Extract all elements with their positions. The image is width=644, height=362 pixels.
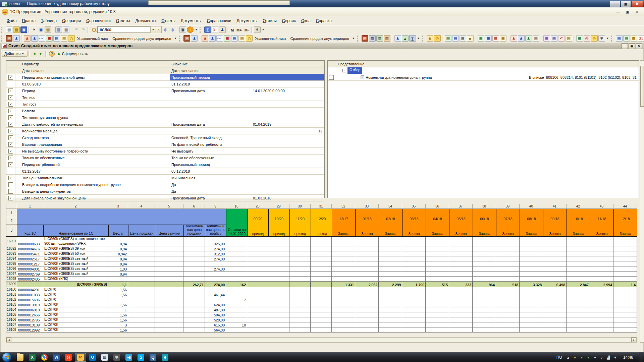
column-header-min_list[interactable]: Минималь ная цена по прайсу [205,225,226,236]
customer-icon[interactable]: ♟ [24,35,31,42]
customer-order-2-icon[interactable]: ♟ [209,35,216,42]
menu-отчеты-11[interactable]: Отчеты [260,17,279,24]
table-row[interactable]: 1610800000012992ШСЛ70К1,56564,00 [6,327,637,333]
search-dropdown-button[interactable]: ▼ [150,26,156,33]
yandex-browser-taskbar-button[interactable]: Я [63,353,74,362]
parameter-row[interactable]: 01.08.201831.12.2018 [6,81,324,87]
menu-справочники-9[interactable]: Справочники [204,17,234,24]
parameter-value[interactable]: Минимальная [170,175,324,181]
menu-справочники-4[interactable]: Справочники [84,17,113,24]
search-app-taskbar-button[interactable]: Q [147,353,159,362]
menu-отчеты-5[interactable]: Отчеты [113,17,133,24]
app-minimize-button[interactable]: — [614,8,623,15]
row-number[interactable]: 16102 [6,297,17,302]
parameter-checkbox[interactable] [8,189,13,194]
parameter-checkbox[interactable]: ✓ [8,149,13,154]
column-header-month-32[interactable]: 12/17Заявка [332,209,355,236]
menu-отчеты-7[interactable]: Отчеты [159,17,178,24]
toolbar-grip[interactable] [200,27,203,33]
search-input[interactable] [97,26,150,33]
parameter-row[interactable]: ✓Тип цен "Минимальная"Минимальная [6,175,324,181]
parameter-checkbox[interactable]: ✓ [8,135,13,140]
clock[interactable]: 14:48 [620,355,637,360]
column-number[interactable]: 2 [43,204,108,209]
parameter-value[interactable] [170,94,324,101]
settings-2-icon[interactable]: ✱ [598,35,605,42]
chevron-down-icon[interactable]: ▼ [173,37,178,40]
table-row[interactable]: 1610300000013919ШСЛ70К1,56624,00 [6,302,637,307]
copy-fragment-icon[interactable]: ▣ [179,26,186,33]
table-row[interactable]: 1609200000004676ШСЛ60К (GI60ES) 39 кон0,… [6,246,637,251]
parameter-value[interactable]: Не выводить [170,148,324,154]
menu-таблица-2[interactable]: Таблица [38,17,59,24]
parameter-value[interactable]: Да [170,181,324,188]
print-preview-icon[interactable]: ▤ [63,26,69,33]
clients-icon[interactable]: ♟ [511,35,517,42]
column-header-price_buy[interactable]: Цена закупки [155,225,183,236]
box-icon[interactable]: ■ [467,35,474,42]
orders-journal-2-icon[interactable]: ▤ [183,35,190,42]
column-number[interactable]: 30 [289,204,311,209]
calculator-icon[interactable]: ∑ [204,26,211,33]
invoice-2-icon[interactable]: СЧЕТ [216,35,223,42]
print-list-icon[interactable]: ▥ [376,35,383,42]
settings-app-taskbar-button[interactable]: ✱ [111,353,122,362]
parameter-value[interactable]: 31.12.2018 [170,81,324,87]
column-header-month-38[interactable]: 06/18Заявка [473,209,496,236]
toolbar-grip[interactable] [422,36,425,42]
table-row[interactable]: 1610000000004201ШСЛ701,56 [6,287,637,292]
rdp-maximize-button[interactable]: ▣ [621,1,631,7]
chevron-down-icon[interactable]: ▼ [261,28,266,31]
column-number[interactable]: 3 [108,204,128,209]
column-number[interactable]: 39 [496,204,520,209]
parameter-checkbox[interactable]: ✓ [8,109,13,113]
scroll-left-arrow[interactable]: ◄ [6,338,11,342]
row-number[interactable]: 16103 [6,302,17,307]
parameter-row[interactable]: ✓Дата потребностей по менеджерамПроизвол… [6,121,324,128]
cut-icon[interactable]: ✂ [31,27,37,33]
row-number[interactable]: 16096 [6,266,17,272]
user-rights-icon[interactable]: ♟ [219,26,226,33]
column-number[interactable]: 4 [128,204,155,209]
column-number[interactable]: 31 [311,204,332,209]
network-icon[interactable]: ▟ [606,356,611,359]
column-header-month-43[interactable]: 11/18Заявка [590,209,613,236]
pricelist-icon[interactable]: ▤ [452,35,459,42]
parameter-value[interactable] [170,101,324,107]
service-settings-icon[interactable]: ✱ [254,26,261,33]
parameter-checkbox[interactable]: ✓ [8,115,13,120]
invoice-icon[interactable]: СЧЕТ [39,35,45,42]
report-close-button[interactable]: ✕ [636,43,642,49]
column-header-month-42[interactable]: 10/18Заявка [567,209,590,236]
parameter-row[interactable]: ✓Дата начала поиска закупочной ценыПроиз… [6,195,324,201]
parameter-checkbox[interactable]: ✓ [8,176,13,180]
writeoff-icon[interactable]: ▤ [566,35,572,42]
tasks-icon[interactable]: ▦ [631,35,637,42]
row-number[interactable]: 16108 [6,327,17,333]
column-header-month-41[interactable]: 09/18Заявка [543,209,567,236]
column-header-month-33[interactable]: 01/18Заявка [355,209,379,236]
column-number[interactable]: 33 [355,204,379,209]
column-header-month-30[interactable]: 11/20приход [289,209,311,236]
chrome-taskbar-button[interactable] [39,353,50,362]
row-number[interactable]: 16093 [6,251,17,256]
row-number[interactable]: 16094 [6,256,17,261]
column-number[interactable]: 32 [332,204,355,209]
row-number[interactable]: 2 [6,217,17,225]
column-header-month-36[interactable]: 04/18Заявка [426,209,449,236]
rdp-close-button[interactable]: ✖ [631,1,643,7]
parameter-row[interactable]: ✓Период анализа минимальной ценыПроизвол… [6,74,324,81]
column-number[interactable]: 43 [590,204,613,209]
table-row[interactable]: 1609300000005471ШСЛ60К (GI60ES) 50 кон0,… [6,251,637,256]
column-number[interactable]: 34 [379,204,402,209]
vertical-scroll-thumb[interactable] [640,66,644,107]
recalc-icon[interactable]: ∑ [409,35,416,42]
packing-list-button[interactable]: Упаковочный лист [75,36,110,41]
column-header-month-28[interactable]: 09/20приход [247,209,268,236]
horizontal-scroll-thumb[interactable] [148,0,290,5]
sales-chart-2-icon[interactable]: ▦ [224,35,230,42]
table-row[interactable]: 1610100000001033ШСЛ701,56461,44 [6,292,637,297]
row-number[interactable]: 16091 [6,237,17,246]
generate-button[interactable]: ▶ Сформировать [56,51,90,56]
table-row[interactable]: 1610200000015696ШСЛ707 [6,297,637,302]
